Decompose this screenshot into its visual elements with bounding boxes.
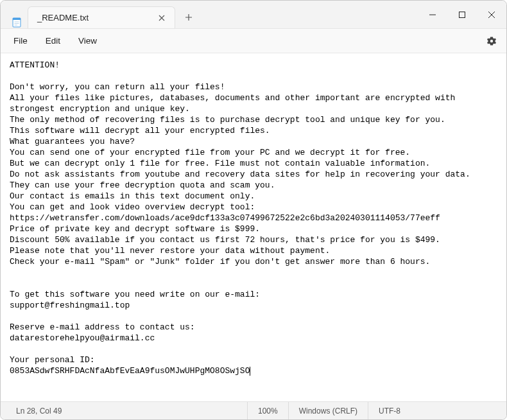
tabs-region: _README.txt xyxy=(1,1,418,28)
svg-rect-1 xyxy=(13,18,21,20)
menu-file[interactable]: File xyxy=(4,32,37,49)
maximize-button[interactable] xyxy=(447,1,477,29)
notepad-app-icon xyxy=(11,17,22,28)
tab-close-icon[interactable] xyxy=(155,12,168,24)
close-button[interactable] xyxy=(477,1,506,29)
tab-readme[interactable]: _README.txt xyxy=(28,6,175,28)
tab-title: _README.txt xyxy=(37,13,155,22)
new-tab-button[interactable] xyxy=(178,6,200,28)
menubar: File Edit View xyxy=(1,29,506,53)
menu-view[interactable]: View xyxy=(69,32,106,49)
statusbar: Ln 28, Col 49 100% Windows (CRLF) UTF-8 xyxy=(1,401,506,419)
status-line-ending: Windows (CRLF) xyxy=(288,402,368,419)
notepad-window: _README.txt File Edit View xyxy=(0,0,507,420)
menu-edit[interactable]: Edit xyxy=(37,32,69,49)
status-zoom: 100% xyxy=(247,402,288,419)
status-encoding: UTF-8 xyxy=(368,402,411,419)
editor-content: ATTENTION! Don't worry, you can return a… xyxy=(10,60,470,376)
window-controls xyxy=(418,1,506,28)
status-position: Ln 28, Col 49 xyxy=(3,402,247,419)
svg-rect-5 xyxy=(460,12,465,18)
settings-button[interactable] xyxy=(481,31,503,51)
text-editor[interactable]: ATTENTION! Don't worry, you can return a… xyxy=(1,53,506,401)
minimize-button[interactable] xyxy=(418,1,447,29)
titlebar: _README.txt xyxy=(1,1,506,29)
text-caret xyxy=(250,367,250,376)
gear-icon xyxy=(486,36,497,46)
